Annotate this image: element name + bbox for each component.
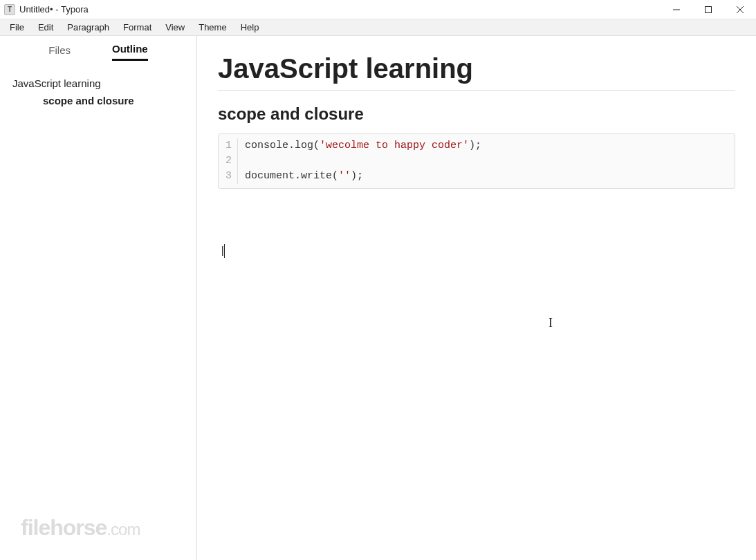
watermark: filehorse.com — [21, 515, 140, 541]
close-button[interactable] — [724, 0, 756, 19]
sidebar: Files Outline JavaScript learning scope … — [0, 36, 197, 560]
app-icon: T — [4, 4, 15, 15]
menu-edit[interactable]: Edit — [31, 21, 60, 34]
outline-item-h2[interactable]: scope and closure — [12, 92, 184, 109]
code-line[interactable]: 1console.log('wecolme to happy coder'); — [219, 138, 735, 153]
watermark-suffix: .com — [107, 520, 140, 539]
svg-rect-1 — [706, 6, 712, 12]
menu-format[interactable]: Format — [116, 21, 158, 34]
sidebar-tabs: Files Outline — [0, 36, 196, 68]
watermark-main: filehorse — [21, 515, 107, 540]
menu-view[interactable]: View — [158, 21, 192, 34]
code-block[interactable]: 1console.log('wecolme to happy coder');2… — [218, 133, 735, 189]
menubar: File Edit Paragraph Format View Theme He… — [0, 19, 756, 36]
editor[interactable]: JavaScript learning scope and closure 1c… — [197, 36, 756, 560]
outline-item-h1[interactable]: JavaScript learning — [12, 75, 184, 92]
menu-paragraph[interactable]: Paragraph — [60, 21, 116, 34]
caret-line[interactable]: | — [218, 244, 735, 258]
workspace: Files Outline JavaScript learning scope … — [0, 36, 756, 560]
code-line[interactable]: 3document.write(''); — [219, 169, 735, 184]
line-number: 2 — [219, 153, 238, 169]
window-controls — [661, 0, 756, 19]
menu-help[interactable]: Help — [234, 21, 266, 34]
code-line[interactable]: 2 — [219, 153, 735, 169]
code-text[interactable]: document.write(''); — [245, 169, 363, 184]
heading-2[interactable]: scope and closure — [218, 104, 735, 124]
tab-files[interactable]: Files — [48, 44, 71, 60]
heading-divider — [218, 90, 735, 91]
tab-outline[interactable]: Outline — [112, 43, 148, 61]
ibeam-cursor-icon: I — [548, 316, 553, 330]
minimize-button[interactable] — [661, 0, 692, 19]
outline-panel: JavaScript learning scope and closure — [0, 68, 196, 116]
code-text[interactable]: console.log('wecolme to happy coder'); — [245, 138, 481, 153]
titlebar: T Untitled• - Typora — [0, 0, 756, 19]
text-caret-icon — [224, 244, 225, 258]
window-title: Untitled• - Typora — [19, 4, 89, 15]
line-number: 1 — [219, 138, 238, 153]
menu-file[interactable]: File — [3, 21, 31, 34]
maximize-button[interactable] — [692, 0, 724, 19]
menu-theme[interactable]: Theme — [192, 21, 233, 34]
heading-1[interactable]: JavaScript learning — [218, 53, 735, 84]
line-number: 3 — [219, 169, 238, 184]
